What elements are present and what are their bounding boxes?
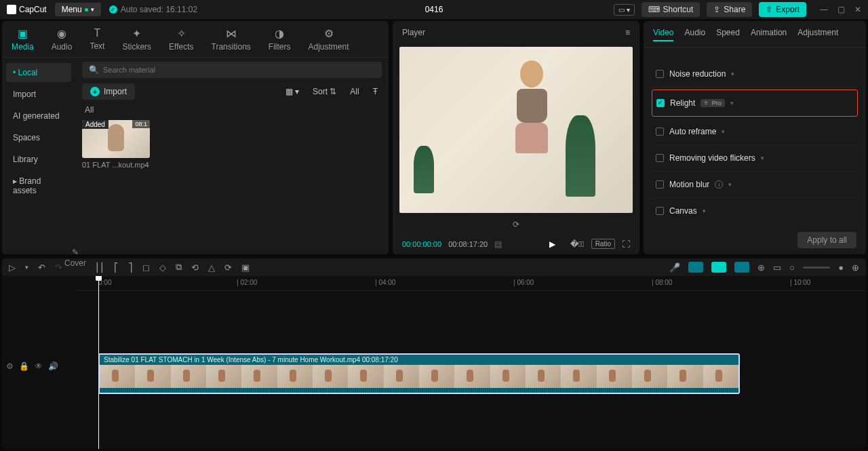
zoom-slider[interactable]: [803, 267, 830, 269]
side-item-library[interactable]: Library: [6, 150, 71, 169]
video-clip[interactable]: Stabilize 01 FLAT STOMACH in 1 Week (Int…: [98, 353, 740, 394]
rotate-tool[interactable]: ⟳: [224, 262, 232, 273]
magnet-center-icon[interactable]: [711, 262, 726, 273]
ruler-tick: | 08:00: [652, 279, 672, 286]
effects-icon: ✧: [177, 27, 186, 40]
marker-tool[interactable]: ◇: [159, 262, 166, 273]
checkbox-icon[interactable]: [656, 154, 664, 162]
eye-icon[interactable]: 👁: [35, 361, 43, 371]
checkbox-icon[interactable]: [656, 207, 664, 215]
media-thumbnail[interactable]: Added 08:1: [82, 120, 150, 158]
trim-left-tool[interactable]: ⎡: [114, 262, 119, 273]
maximize-button[interactable]: ▢: [837, 5, 845, 14]
pointer-tool[interactable]: ▷: [9, 262, 16, 273]
tab-audio[interactable]: ◉Audio: [49, 25, 75, 57]
snapshot-icon[interactable]: �）⃞: [570, 239, 585, 249]
export-icon: ⇧: [766, 5, 772, 14]
option-remove-flickers[interactable]: Removing video flickers ▾: [652, 145, 858, 172]
close-button[interactable]: ✕: [854, 5, 861, 14]
grid-view-button[interactable]: ▦ ▾: [281, 85, 303, 98]
option-motion-blur[interactable]: Motion blur i ▾: [652, 172, 858, 198]
filter-all-button[interactable]: All: [346, 85, 363, 98]
search-input[interactable]: 🔍: [82, 62, 382, 78]
text-icon: T: [94, 27, 101, 39]
checkbox-icon[interactable]: [656, 180, 664, 189]
magnet-left-icon[interactable]: [688, 262, 703, 273]
cover-button[interactable]: ✎ Cover: [64, 248, 86, 268]
tab-filters[interactable]: ◑Filters: [266, 25, 294, 57]
timeline-tracks[interactable]: 0:00 | 02:00 | 04:00 | 06:00 | 08:00 | 1…: [75, 276, 866, 449]
search-field[interactable]: [103, 66, 375, 74]
option-noise-reduction[interactable]: Noise reduction ▾: [652, 61, 858, 87]
play-button[interactable]: ▶: [549, 239, 555, 249]
option-auto-reframe[interactable]: Auto reframe ▾: [652, 119, 858, 145]
minimize-button[interactable]: —: [820, 5, 828, 14]
split-tool[interactable]: ⎮⎮: [95, 262, 104, 273]
zoom-out-icon[interactable]: ○: [789, 262, 795, 273]
magnet-right-icon[interactable]: [734, 262, 749, 273]
apply-to-all-button[interactable]: Apply to all: [797, 232, 856, 248]
zoom-in-icon[interactable]: ●: [838, 262, 844, 273]
mic-icon[interactable]: 🎤: [669, 262, 680, 273]
tab-animation[interactable]: Animation: [751, 28, 787, 41]
tab-text[interactable]: TText: [87, 25, 107, 57]
tab-transitions[interactable]: ⋈Transitions: [209, 25, 254, 57]
side-item-brand[interactable]: ▸ Brand assets: [6, 172, 71, 200]
side-item-ai[interactable]: AI generated: [6, 106, 71, 125]
option-relight[interactable]: Relight ᯤ Pro ▾: [652, 90, 858, 117]
tab-adjustment[interactable]: ⚙Adjustment: [305, 25, 351, 57]
tab-media[interactable]: ▣Media: [9, 25, 37, 57]
media-item[interactable]: Added 08:1 01 FLAT ...kout.mp4: [82, 120, 150, 169]
lock-icon[interactable]: 🔒: [19, 361, 29, 371]
reverse-tool[interactable]: ⟲: [191, 262, 199, 273]
audio-icon: ◉: [57, 27, 66, 40]
fullscreen-icon[interactable]: ⛶: [622, 239, 630, 249]
side-item-spaces[interactable]: Spaces: [6, 128, 71, 147]
tab-r-adjustment[interactable]: Adjustment: [797, 28, 838, 41]
shortcut-button[interactable]: ⌨ Shortcut: [642, 2, 701, 17]
sort-button[interactable]: Sort ⇅: [309, 85, 340, 98]
link-icon[interactable]: ⊕: [757, 262, 765, 273]
time-ruler[interactable]: 0:00 | 02:00 | 04:00 | 06:00 | 08:00 | 1…: [75, 276, 866, 291]
mirror-tool[interactable]: △: [208, 262, 215, 273]
player-menu-icon[interactable]: ≡: [625, 28, 630, 37]
info-icon[interactable]: i: [715, 180, 723, 189]
checkbox-icon[interactable]: [656, 70, 664, 78]
aspect-button[interactable]: ▭ ▾: [614, 4, 635, 16]
tab-speed[interactable]: Speed: [716, 28, 740, 41]
ratio-button[interactable]: Ratio: [591, 239, 615, 249]
side-item-local[interactable]: • Local: [6, 63, 71, 82]
import-button[interactable]: + Import: [82, 83, 135, 100]
side-item-import[interactable]: Import: [6, 85, 71, 104]
menu-button[interactable]: Menu ▾: [55, 3, 101, 16]
settings-icon[interactable]: ⚙: [6, 361, 14, 371]
video-preview[interactable]: [399, 47, 633, 213]
checkbox-icon[interactable]: [656, 128, 664, 136]
duration-badge: 08:1: [132, 120, 150, 128]
option-canvas[interactable]: Canvas ▾: [652, 198, 858, 224]
logo-icon: [7, 5, 16, 14]
transitions-icon: ⋈: [226, 27, 237, 40]
zoom-fit-icon[interactable]: ⊕: [852, 262, 859, 273]
preview-icon[interactable]: ▭: [773, 262, 781, 273]
filter-icon[interactable]: Ŧ: [369, 85, 382, 98]
volume-icon[interactable]: 🔊: [48, 361, 58, 371]
trim-right-tool[interactable]: ⎤: [128, 262, 133, 273]
tab-video[interactable]: Video: [653, 28, 673, 41]
tab-r-audio[interactable]: Audio: [684, 28, 705, 41]
tab-stickers[interactable]: ✦Stickers: [119, 25, 154, 57]
player-panel: Player ≡ ⟳ 00:00:00:00 00:08:17:20 ▤ ▶ �…: [393, 21, 639, 254]
copy-tool[interactable]: ⧉: [176, 262, 182, 273]
share-button[interactable]: ⇪ Share: [707, 2, 752, 17]
tab-effects[interactable]: ✧Effects: [166, 25, 196, 57]
video-content: [511, 60, 552, 155]
undo-button[interactable]: ↶: [38, 262, 45, 273]
redo-button[interactable]: ↷: [55, 262, 62, 273]
fit-tool[interactable]: ▣: [241, 262, 250, 273]
refresh-icon[interactable]: ⟳: [513, 220, 519, 229]
crop-tool[interactable]: ◻: [142, 262, 150, 273]
tool-dropdown[interactable]: ▾: [25, 264, 28, 271]
export-button[interactable]: ⇧ Export: [759, 2, 806, 17]
compare-icon[interactable]: ▤: [494, 239, 502, 249]
checkbox-icon[interactable]: [656, 99, 665, 107]
